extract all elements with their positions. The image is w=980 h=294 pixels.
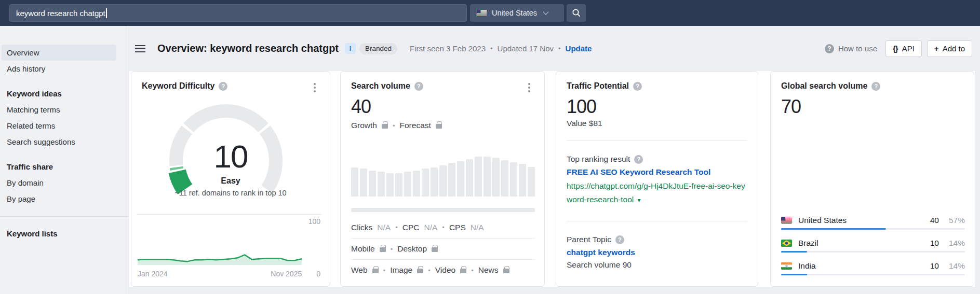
lock-icon bbox=[460, 269, 466, 273]
plus-icon: + bbox=[934, 44, 938, 53]
volume-bar bbox=[475, 157, 482, 197]
search-volume-value: 40 bbox=[351, 96, 371, 118]
search-button[interactable] bbox=[567, 4, 586, 22]
parent-topic-label-text: Parent Topic bbox=[567, 235, 611, 244]
y-axis-min-label: 0 bbox=[316, 270, 320, 278]
x-axis-labels: Jan 2024 Nov 2025 0 bbox=[138, 270, 320, 278]
country-percent: 14% bbox=[945, 261, 965, 271]
volume-bar bbox=[492, 158, 500, 197]
card-title: Traffic Potential ? bbox=[567, 81, 642, 91]
parent-topic-link[interactable]: chatgpt keywords bbox=[567, 248, 747, 257]
help-icon[interactable]: ? bbox=[633, 82, 642, 91]
sidebar-item-by-domain[interactable]: By domain bbox=[2, 175, 116, 191]
keyword-difficulty-title: Keyword Difficulty bbox=[142, 81, 214, 91]
help-icon[interactable]: ? bbox=[615, 235, 624, 244]
header-actions: ? How to use {} API + Add to bbox=[825, 40, 972, 57]
timeline-scrubber[interactable] bbox=[351, 208, 535, 212]
country-row-us[interactable]: United States4057% bbox=[781, 213, 965, 235]
volume-bar bbox=[386, 173, 394, 197]
country-selector[interactable]: United States bbox=[470, 4, 564, 22]
menu-toggle-button[interactable] bbox=[135, 45, 145, 52]
help-icon[interactable]: ? bbox=[871, 82, 880, 91]
card-title: Keyword Difficulty ? bbox=[142, 81, 227, 91]
top-ranking-label-text: Top ranking result bbox=[567, 155, 630, 164]
volume-bar bbox=[413, 171, 420, 197]
sidebar-item-related-terms[interactable]: Related terms bbox=[2, 118, 116, 134]
add-to-button[interactable]: + Add to bbox=[927, 40, 972, 57]
country-selector-label: United States bbox=[492, 9, 537, 17]
country-share-bar bbox=[781, 228, 886, 230]
volume-bar bbox=[351, 167, 358, 197]
y-axis-max-label: 100 bbox=[308, 217, 320, 226]
sidebar-item-overview[interactable]: Overview bbox=[2, 45, 116, 61]
chevron-down-icon bbox=[543, 9, 548, 15]
sidebar-nav: OverviewAds historyKeyword ideasMatching… bbox=[0, 26, 128, 294]
country-row-br[interactable]: Brazil1014% bbox=[781, 235, 965, 258]
country-name: Brazil bbox=[798, 239, 924, 248]
volume-bar bbox=[528, 167, 535, 197]
search-volume-title: Search volume bbox=[351, 81, 410, 91]
sidebar-item-ads-history[interactable]: Ads history bbox=[2, 61, 116, 77]
metric-value-na: N/A bbox=[471, 223, 484, 232]
bullet-separator: • bbox=[558, 45, 561, 52]
volume-bar bbox=[378, 172, 385, 197]
api-button[interactable]: {} API bbox=[885, 40, 922, 57]
bullet-separator: • bbox=[391, 245, 393, 253]
volume-bar bbox=[360, 169, 367, 197]
global-volume-value: 70 bbox=[781, 96, 801, 118]
volume-bar bbox=[369, 171, 376, 197]
update-link[interactable]: Update bbox=[566, 44, 592, 53]
metric-label-clicks: Clicks bbox=[351, 223, 372, 232]
help-icon[interactable]: ? bbox=[219, 82, 227, 91]
keyword-difficulty-card: Keyword Difficulty ? 10 Easy ~11 ref. do… bbox=[131, 71, 330, 287]
in-flag-icon bbox=[781, 262, 792, 270]
sidebar-item-by-page[interactable]: By page bbox=[2, 191, 116, 207]
volume-bar bbox=[484, 157, 491, 197]
braces-icon: {} bbox=[893, 44, 898, 53]
metric-label-cpc: CPC bbox=[402, 223, 420, 232]
metric-label-image: Image bbox=[390, 265, 412, 275]
lock-icon bbox=[372, 269, 379, 273]
difficulty-label: Easy bbox=[131, 176, 330, 186]
kebab-menu-icon[interactable] bbox=[314, 87, 316, 89]
country-volume: 40 bbox=[930, 216, 939, 225]
bullet-separator: • bbox=[490, 45, 493, 52]
top-ranking-result-url[interactable]: https://chatgpt.com/g/g-Hj4DkJtuE-free-a… bbox=[567, 179, 747, 207]
bullet-separator: • bbox=[471, 267, 474, 274]
bullet-separator: • bbox=[383, 267, 386, 274]
metric-value-na: N/A bbox=[424, 223, 437, 232]
top-ranking-result-link[interactable]: FREE AI SEO Keyword Research Tool bbox=[567, 167, 747, 177]
sidebar-item-matching-terms[interactable]: Matching terms bbox=[2, 102, 116, 118]
how-to-use-link[interactable]: ? How to use bbox=[825, 44, 877, 53]
difficulty-history-sparkline bbox=[137, 214, 303, 266]
country-volume: 10 bbox=[930, 261, 939, 271]
header-meta: First seen 3 Feb 2023 • Updated 17 Nov •… bbox=[410, 44, 592, 53]
top-search-bar: United States bbox=[0, 0, 980, 26]
country-percent: 57% bbox=[945, 216, 965, 225]
volume-bar bbox=[448, 163, 455, 197]
metric-label-growth: Growth bbox=[351, 121, 377, 130]
x-axis-end-label: Nov 2025 bbox=[271, 270, 302, 278]
metric-label-web: Web bbox=[351, 265, 368, 275]
divider bbox=[567, 221, 747, 221]
country-share-track bbox=[781, 228, 965, 230]
intent-badge[interactable]: I bbox=[345, 43, 356, 54]
country-share-bar bbox=[781, 251, 807, 253]
caret-down-icon[interactable]: ▾ bbox=[638, 197, 641, 204]
kebab-menu-icon[interactable] bbox=[528, 87, 530, 89]
bullet-separator: • bbox=[442, 223, 445, 231]
keyword-search-input[interactable] bbox=[9, 4, 467, 22]
updated-text: Updated 17 Nov bbox=[498, 44, 554, 53]
volume-bar bbox=[404, 172, 411, 197]
sidebar-item-search-suggestions[interactable]: Search suggestions bbox=[2, 134, 116, 150]
help-icon[interactable]: ? bbox=[414, 82, 423, 91]
add-to-button-label: Add to bbox=[943, 44, 965, 53]
metric-value-na: N/A bbox=[377, 223, 391, 232]
help-icon: ? bbox=[825, 44, 834, 53]
card-title: Search volume ? bbox=[351, 81, 423, 91]
volume-bar bbox=[466, 159, 473, 197]
help-icon[interactable]: ? bbox=[634, 155, 643, 164]
country-row-in[interactable]: India1014% bbox=[781, 258, 965, 281]
volume-bar bbox=[501, 160, 508, 197]
volume-bar bbox=[457, 161, 464, 197]
